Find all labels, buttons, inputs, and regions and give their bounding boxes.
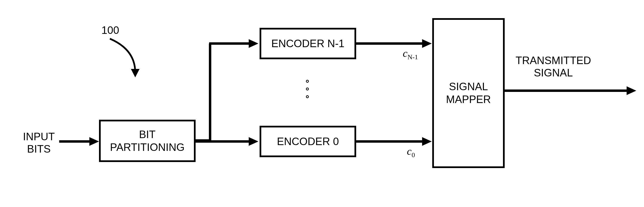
signal-mapper-block: SIGNAL MAPPER: [432, 18, 505, 168]
arrow-partition-to-encoder-top: [196, 38, 263, 139]
encoder-bottom-text: ENCODER 0: [277, 135, 339, 148]
block-diagram: 100 INPUT BITS BIT PARTITIONING ENCODER …: [0, 0, 644, 207]
arrow-encoder-bottom-to-mapper: [356, 135, 436, 147]
svg-marker-6: [249, 39, 258, 48]
diagram-number-label: 100: [102, 24, 119, 37]
encoder-top-text: ENCODER N-1: [271, 37, 344, 50]
ellipsis-icon: [306, 77, 309, 101]
svg-marker-10: [422, 39, 432, 48]
svg-marker-2: [89, 137, 99, 146]
output-label: TRANSMITTED SIGNAL: [516, 54, 591, 79]
svg-marker-8: [249, 137, 258, 146]
svg-marker-12: [422, 137, 432, 146]
bit-partitioning-block: BIT PARTITIONING: [99, 120, 196, 162]
encoder-bottom-block: ENCODER 0: [260, 126, 356, 157]
encoder-top-block: ENCODER N-1: [260, 28, 356, 59]
arrow-mapper-to-output: [505, 85, 640, 97]
c-bottom-sub: 0: [412, 151, 415, 159]
arrow-encoder-top-to-mapper: [356, 38, 436, 50]
arrow-partition-to-encoder-bottom: [196, 135, 263, 147]
svg-marker-14: [626, 86, 636, 95]
bit-partitioning-text: BIT PARTITIONING: [110, 128, 185, 154]
signal-mapper-text: SIGNAL MAPPER: [446, 80, 491, 106]
c-top-sub: N-1: [408, 53, 418, 61]
curve-arrow-icon: [102, 35, 150, 79]
input-bits-label: INPUT BITS: [23, 131, 55, 155]
svg-marker-0: [131, 69, 140, 77]
arrow-input-to-partition: [59, 135, 102, 147]
